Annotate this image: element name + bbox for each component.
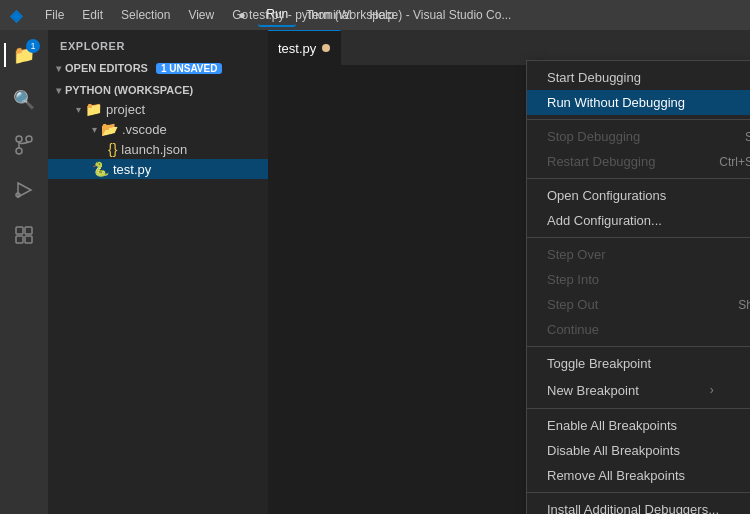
python-file-icon: 🐍 <box>92 161 109 177</box>
sidebar: EXPLORER ▾ OPEN EDITORS 1 UNSAVED ▾ PYTH… <box>48 30 268 514</box>
activity-explorer[interactable]: 📁 1 <box>4 35 44 75</box>
open-editors-label: OPEN EDITORS <box>65 62 148 74</box>
activity-run[interactable] <box>4 170 44 210</box>
menu-stop-debugging: Stop Debugging Shift+F5 <box>527 124 750 149</box>
test-py-label: test.py <box>113 162 151 177</box>
vscode-folder-chevron: ▾ <box>92 124 97 135</box>
svg-point-1 <box>16 148 22 154</box>
restart-debugging-shortcut: Ctrl+Shift+F5 <box>719 155 750 169</box>
remove-all-breakpoints-label: Remove All Breakpoints <box>547 468 685 483</box>
launch-json-label: launch.json <box>121 142 187 157</box>
editor-area: test.py Start Debugging F5 Run Without D… <box>268 30 750 514</box>
vscode-icon: ◈ <box>10 6 22 25</box>
menu-new-breakpoint[interactable]: New Breakpoint › <box>527 376 750 404</box>
menu-run-without-debugging[interactable]: Run Without Debugging Ctrl+F5 <box>527 90 750 115</box>
svg-rect-6 <box>16 227 23 234</box>
disable-all-breakpoints-label: Disable All Breakpoints <box>547 443 680 458</box>
activity-search[interactable]: 🔍 <box>4 80 44 120</box>
open-configurations-label: Open Configurations <box>547 188 666 203</box>
svg-point-2 <box>26 136 32 142</box>
step-out-shortcut: Shift+F11 <box>738 298 750 312</box>
explorer-badge: 1 <box>26 39 40 53</box>
menu-remove-all-breakpoints[interactable]: Remove All Breakpoints <box>527 463 750 488</box>
toggle-breakpoint-label: Toggle Breakpoint <box>547 356 651 371</box>
vscode-folder-icon: 📂 <box>101 121 118 137</box>
enable-all-breakpoints-label: Enable All Breakpoints <box>547 418 677 433</box>
menu-step-into: Step Into F11 <box>527 267 750 292</box>
new-breakpoint-label: New Breakpoint <box>547 383 639 398</box>
menu-edit[interactable]: Edit <box>74 4 111 26</box>
svg-point-0 <box>16 136 22 142</box>
activity-source-control[interactable] <box>4 125 44 165</box>
activity-bar: 📁 1 🔍 <box>0 30 48 514</box>
file-launch-json[interactable]: {} launch.json <box>48 139 268 159</box>
menu-continue: Continue F5 <box>527 317 750 342</box>
sidebar-header: EXPLORER <box>48 30 268 57</box>
menu-disable-all-breakpoints[interactable]: Disable All Breakpoints <box>527 438 750 463</box>
folder-vscode[interactable]: ▾ 📂 .vscode <box>48 119 268 139</box>
run-menu: Start Debugging F5 Run Without Debugging… <box>526 60 750 514</box>
divider-3 <box>527 237 750 238</box>
run-icon <box>14 180 34 200</box>
unsaved-dot <box>322 44 330 52</box>
search-icon: 🔍 <box>13 89 35 111</box>
menu-toggle-breakpoint[interactable]: Toggle Breakpoint F9 <box>527 351 750 376</box>
restart-debugging-label: Restart Debugging <box>547 154 655 169</box>
divider-2 <box>527 178 750 179</box>
open-editors-header[interactable]: ▾ OPEN EDITORS 1 UNSAVED <box>48 59 268 77</box>
menu-file[interactable]: File <box>37 4 72 26</box>
run-without-debugging-label: Run Without Debugging <box>547 95 685 110</box>
workspace-header[interactable]: ▾ PYTHON (WORKSPACE) <box>48 81 268 99</box>
stop-debugging-shortcut: Shift+F5 <box>745 130 750 144</box>
project-label: project <box>106 102 145 117</box>
svg-rect-7 <box>25 227 32 234</box>
step-out-label: Step Out <box>547 297 598 312</box>
svg-rect-9 <box>25 236 32 243</box>
divider-4 <box>527 346 750 347</box>
menu-start-debugging[interactable]: Start Debugging F5 <box>527 65 750 90</box>
folder-icon: 📁 <box>85 101 102 117</box>
continue-label: Continue <box>547 322 599 337</box>
install-debuggers-label: Install Additional Debuggers... <box>547 502 719 514</box>
source-control-icon <box>13 134 35 156</box>
new-breakpoint-arrow: › <box>710 383 714 397</box>
tab-test-py[interactable]: test.py <box>268 30 341 65</box>
menu-selection[interactable]: Selection <box>113 4 178 26</box>
window-title: ● test.py - python (Workspace) - Visual … <box>239 8 512 22</box>
menu-install-additional-debuggers[interactable]: Install Additional Debuggers... <box>527 497 750 514</box>
project-chevron: ▾ <box>76 104 81 115</box>
open-editors-chevron: ▾ <box>56 63 61 74</box>
menu-view[interactable]: View <box>180 4 222 26</box>
menu-enable-all-breakpoints[interactable]: Enable All Breakpoints <box>527 413 750 438</box>
menu-restart-debugging: Restart Debugging Ctrl+Shift+F5 <box>527 149 750 174</box>
svg-rect-8 <box>16 236 23 243</box>
add-configuration-label: Add Configuration... <box>547 213 662 228</box>
extensions-icon <box>14 225 34 245</box>
divider-6 <box>527 492 750 493</box>
title-bar: ◈ File Edit Selection View Go Run Termin… <box>0 0 750 30</box>
workspace-label: PYTHON (WORKSPACE) <box>65 84 193 96</box>
step-over-label: Step Over <box>547 247 606 262</box>
open-editors-section: ▾ OPEN EDITORS 1 UNSAVED <box>48 57 268 79</box>
file-test-py[interactable]: 🐍 test.py <box>48 159 268 179</box>
menu-open-configurations[interactable]: Open Configurations <box>527 183 750 208</box>
step-into-label: Step Into <box>547 272 599 287</box>
vscode-folder-label: .vscode <box>122 122 167 137</box>
json-file-icon: {} <box>108 141 117 157</box>
divider-5 <box>527 408 750 409</box>
unsaved-badge: 1 UNSAVED <box>156 63 223 74</box>
python-workspace-section: ▾ PYTHON (WORKSPACE) ▾ 📁 project ▾ 📂 .vs… <box>48 79 268 181</box>
main-layout: 📁 1 🔍 <box>0 30 750 514</box>
workspace-chevron: ▾ <box>56 85 61 96</box>
folder-project[interactable]: ▾ 📁 project <box>48 99 268 119</box>
menu-add-configuration[interactable]: Add Configuration... <box>527 208 750 233</box>
divider-1 <box>527 119 750 120</box>
menu-step-out: Step Out Shift+F11 <box>527 292 750 317</box>
stop-debugging-label: Stop Debugging <box>547 129 640 144</box>
tab-label: test.py <box>278 41 316 56</box>
activity-extensions[interactable] <box>4 215 44 255</box>
menu-step-over: Step Over F10 <box>527 242 750 267</box>
start-debugging-label: Start Debugging <box>547 70 641 85</box>
